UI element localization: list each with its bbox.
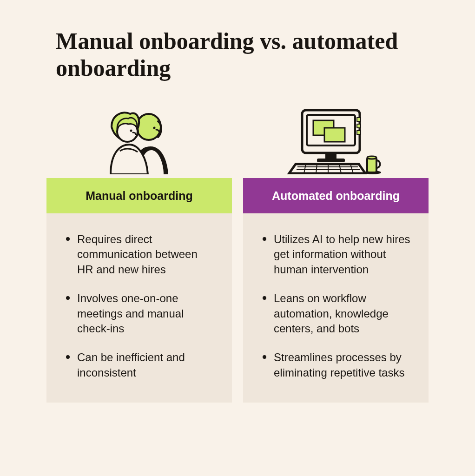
svg-point-2 bbox=[130, 130, 132, 132]
svg-rect-8 bbox=[357, 118, 361, 121]
page-title: Manual onboarding vs. automated onboardi… bbox=[56, 28, 429, 81]
svg-rect-11 bbox=[325, 153, 336, 159]
column-header-label: Manual onboarding bbox=[86, 189, 193, 203]
svg-rect-12 bbox=[317, 159, 345, 162]
list-item: Requires direct communication between HR… bbox=[63, 232, 215, 277]
svg-rect-9 bbox=[357, 124, 361, 128]
column-automated: Automated onboarding Utilizes AI to help… bbox=[243, 105, 429, 403]
svg-point-3 bbox=[153, 127, 155, 129]
column-body-manual: Requires direct communication between HR… bbox=[46, 213, 232, 403]
people-icon bbox=[46, 105, 232, 174]
bullet-list: Utilizes AI to help new hires get inform… bbox=[260, 232, 412, 380]
svg-rect-7 bbox=[324, 128, 345, 142]
column-header-label: Automated onboarding bbox=[272, 189, 400, 203]
list-item: Involves one-on-one meetings and manual … bbox=[63, 291, 215, 336]
column-header-automated: Automated onboarding bbox=[243, 178, 429, 213]
svg-rect-21 bbox=[367, 158, 376, 172]
list-item: Can be inefficient and inconsistent bbox=[63, 350, 215, 380]
list-item: Utilizes AI to help new hires get inform… bbox=[260, 232, 412, 277]
column-body-automated: Utilizes AI to help new hires get inform… bbox=[243, 213, 429, 403]
computer-icon bbox=[243, 105, 429, 174]
list-item: Leans on workflow automation, knowledge … bbox=[260, 291, 412, 336]
comparison-page: Manual onboarding vs. automated onboardi… bbox=[0, 0, 475, 421]
svg-rect-10 bbox=[357, 131, 361, 134]
column-manual: Manual onboarding Requires direct commun… bbox=[46, 105, 232, 403]
column-header-manual: Manual onboarding bbox=[46, 178, 232, 213]
svg-point-0 bbox=[137, 114, 161, 140]
list-item: Streamlines processes by eliminating rep… bbox=[260, 350, 412, 380]
comparison-columns: Manual onboarding Requires direct commun… bbox=[46, 105, 429, 403]
bullet-list: Requires direct communication between HR… bbox=[63, 232, 215, 380]
svg-point-22 bbox=[367, 156, 376, 159]
